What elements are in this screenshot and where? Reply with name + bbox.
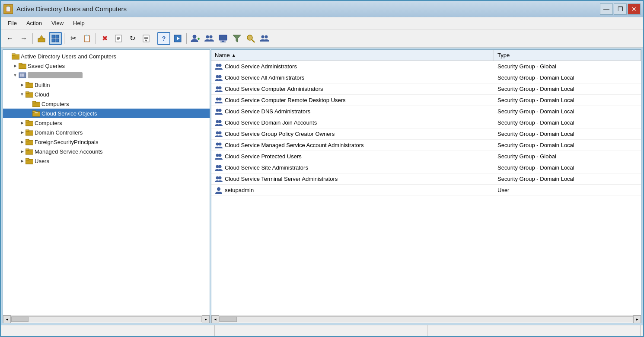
computers-arrow: ▶ bbox=[19, 121, 26, 125]
list-item[interactable]: Cloud Service All Administrators Securit… bbox=[211, 72, 641, 83]
help-button[interactable]: ? bbox=[157, 32, 170, 45]
svg-point-80 bbox=[217, 187, 220, 191]
col-header-type[interactable]: Type bbox=[494, 50, 641, 61]
svg-point-73 bbox=[219, 142, 222, 145]
tree-item-saved-queries[interactable]: ▶ Saved Queries bbox=[3, 61, 210, 71]
col-type-label: Type bbox=[497, 52, 510, 58]
tree-scroll-track[interactable] bbox=[11, 316, 202, 322]
tree-root[interactable]: Active Directory Users and Computers bbox=[3, 51, 210, 61]
list-item[interactable]: Cloud Service Group Policy Creator Owner… bbox=[211, 128, 641, 140]
delegate-button[interactable] bbox=[258, 32, 271, 45]
new-computer-button[interactable] bbox=[217, 32, 230, 45]
forward-button[interactable]: → bbox=[17, 32, 30, 45]
close-button[interactable]: ✕ bbox=[628, 3, 641, 15]
group-icon bbox=[215, 74, 223, 82]
builtin-arrow: ▶ bbox=[19, 83, 26, 87]
main-content: Active Directory Users and Computers ▶ S… bbox=[1, 48, 643, 325]
list-item[interactable]: setupadmin User bbox=[211, 185, 641, 196]
cloud-computers-arrow bbox=[26, 102, 32, 106]
svg-point-59 bbox=[219, 64, 222, 67]
toolbar-sep-3 bbox=[96, 33, 96, 44]
svg-point-15 bbox=[193, 35, 196, 39]
run-button[interactable] bbox=[171, 32, 184, 45]
list-item[interactable]: Cloud Service Managed Service Account Ad… bbox=[211, 140, 641, 151]
new-group-button[interactable] bbox=[203, 32, 216, 45]
svg-point-65 bbox=[219, 97, 222, 100]
tree-item-builtin[interactable]: ▶ Builtin bbox=[3, 80, 210, 90]
delete-button[interactable]: ✖ bbox=[98, 32, 111, 45]
svg-rect-41 bbox=[26, 92, 29, 93]
back-button[interactable]: ← bbox=[3, 32, 16, 45]
list-item[interactable]: Cloud Service Administrators Security Gr… bbox=[211, 61, 641, 72]
domain-arrow: ▼ bbox=[12, 73, 19, 77]
computers-label: Computers bbox=[35, 120, 62, 126]
tree-item-fsp[interactable]: ▶ ForeignSecurityPrincipals bbox=[3, 137, 210, 147]
menu-file[interactable]: File bbox=[3, 19, 21, 28]
svg-rect-4 bbox=[52, 39, 55, 42]
tree-item-computers[interactable]: ▶ Computers bbox=[3, 118, 210, 128]
row-4-name: Cloud Service Computer Remote Desktop Us… bbox=[211, 96, 494, 105]
svg-rect-43 bbox=[32, 101, 36, 103]
refresh-button[interactable]: ↻ bbox=[126, 32, 139, 45]
tree-scroll-right[interactable]: ▸ bbox=[202, 315, 210, 323]
saved-queries-label: Saved Queries bbox=[28, 63, 65, 69]
list-scroll-thumb[interactable] bbox=[220, 317, 237, 322]
tree-item-cloud[interactable]: ▼ Cloud bbox=[3, 90, 210, 99]
tree-scroll-thumb[interactable] bbox=[11, 317, 29, 322]
tree-container[interactable]: Active Directory Users and Computers ▶ S… bbox=[3, 50, 210, 315]
menu-action[interactable]: Action bbox=[22, 19, 46, 28]
user-icon bbox=[215, 186, 223, 194]
cloud-icon bbox=[26, 91, 33, 98]
svg-point-60 bbox=[216, 75, 219, 78]
list-item[interactable]: Cloud Service Computer Administrators Se… bbox=[211, 83, 641, 95]
fsp-icon bbox=[26, 138, 33, 145]
tree-item-cloud-service-objects[interactable]: Cloud Service Objects bbox=[3, 109, 210, 118]
cut-button[interactable]: ✂ bbox=[67, 32, 80, 45]
svg-point-75 bbox=[219, 154, 222, 157]
domain-icon bbox=[19, 72, 26, 79]
tree-item-domain[interactable]: ▼ bbox=[3, 71, 210, 80]
fsp-label: ForeignSecurityPrincipals bbox=[35, 139, 98, 145]
col-header-name[interactable]: Name ▲ bbox=[211, 50, 494, 61]
tree-panel: Active Directory Users and Computers ▶ S… bbox=[3, 49, 210, 323]
svg-rect-5 bbox=[56, 39, 59, 42]
list-h-scrollbar[interactable]: ◂ ▸ bbox=[211, 315, 641, 323]
list-scroll-track[interactable] bbox=[219, 316, 633, 322]
tree-item-cloud-computers[interactable]: Computers bbox=[3, 99, 210, 109]
menu-bar: File Action View Help bbox=[1, 17, 643, 29]
tree-scroll-left[interactable]: ◂ bbox=[3, 315, 11, 323]
list-item[interactable]: Cloud Service Terminal Server Administra… bbox=[211, 173, 641, 185]
list-item[interactable]: Cloud Service Protected Users Security G… bbox=[211, 151, 641, 162]
menu-view[interactable]: View bbox=[47, 19, 68, 28]
fsp-arrow: ▶ bbox=[19, 140, 26, 144]
menu-help[interactable]: Help bbox=[69, 19, 89, 28]
list-item[interactable]: Cloud Service Computer Remote Desktop Us… bbox=[211, 95, 641, 106]
filter-button[interactable] bbox=[230, 32, 243, 45]
list-item[interactable]: Cloud Service Domain Join Accounts Secur… bbox=[211, 117, 641, 128]
properties-button[interactable] bbox=[112, 32, 125, 45]
tree-h-scrollbar[interactable]: ◂ ▸ bbox=[3, 315, 210, 323]
export-button[interactable] bbox=[140, 32, 153, 45]
up-button[interactable] bbox=[35, 32, 48, 45]
tree-item-dc[interactable]: ▶ Domain Controllers bbox=[3, 128, 210, 137]
domain-label bbox=[28, 72, 83, 78]
toolbar-sep-4 bbox=[155, 33, 155, 44]
list-scroll-left[interactable]: ◂ bbox=[211, 315, 219, 323]
svg-rect-30 bbox=[13, 55, 19, 55]
svg-point-72 bbox=[216, 142, 219, 145]
group-icon bbox=[215, 164, 223, 172]
row-5-type: Security Group - Domain Local bbox=[494, 107, 641, 116]
find-button[interactable] bbox=[244, 32, 257, 45]
list-container[interactable]: Cloud Service Administrators Security Gr… bbox=[211, 61, 641, 315]
tree-item-msa[interactable]: ▶ Managed Service Accounts bbox=[3, 147, 210, 156]
tree-item-users[interactable]: ▶ Users bbox=[3, 156, 210, 166]
list-item[interactable]: Cloud Service DNS Administrators Securit… bbox=[211, 106, 641, 117]
minimize-button[interactable]: — bbox=[600, 3, 613, 15]
paste-button[interactable]: 📋 bbox=[80, 32, 93, 45]
list-item[interactable]: Cloud Service Site Administrators Securi… bbox=[211, 162, 641, 173]
new-user-button[interactable] bbox=[189, 32, 202, 45]
svg-point-74 bbox=[216, 154, 219, 157]
view-button[interactable] bbox=[49, 32, 62, 45]
list-scroll-right[interactable]: ▸ bbox=[633, 315, 641, 323]
restore-button[interactable]: ❐ bbox=[614, 3, 627, 15]
